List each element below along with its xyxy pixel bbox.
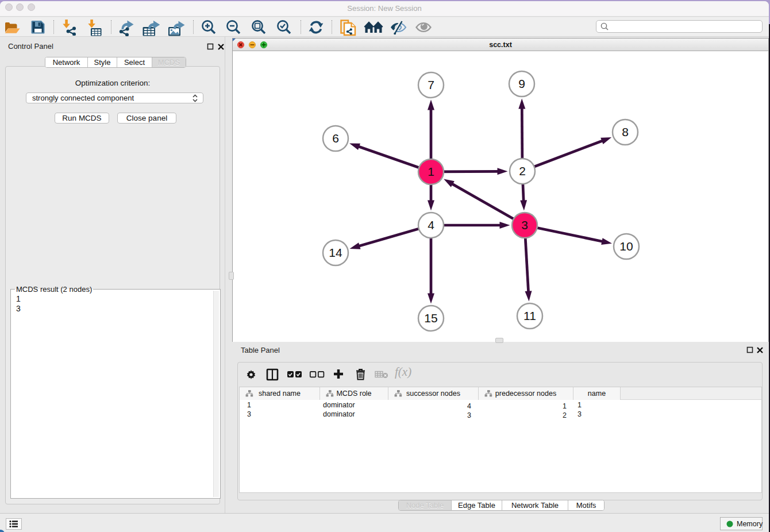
svg-text:14: 14 — [329, 246, 342, 259]
svg-text:4: 4 — [428, 218, 434, 232]
svg-text:15: 15 — [424, 311, 437, 325]
svg-text:8: 8 — [622, 125, 629, 138]
svg-text:1: 1 — [428, 165, 434, 178]
svg-text:3: 3 — [521, 218, 528, 232]
svg-text:10: 10 — [619, 240, 633, 253]
svg-text:7: 7 — [428, 78, 434, 91]
svg-text:6: 6 — [332, 132, 339, 145]
svg-text:9: 9 — [518, 77, 525, 90]
svg-text:2: 2 — [519, 164, 526, 178]
svg-text:11: 11 — [523, 309, 536, 322]
